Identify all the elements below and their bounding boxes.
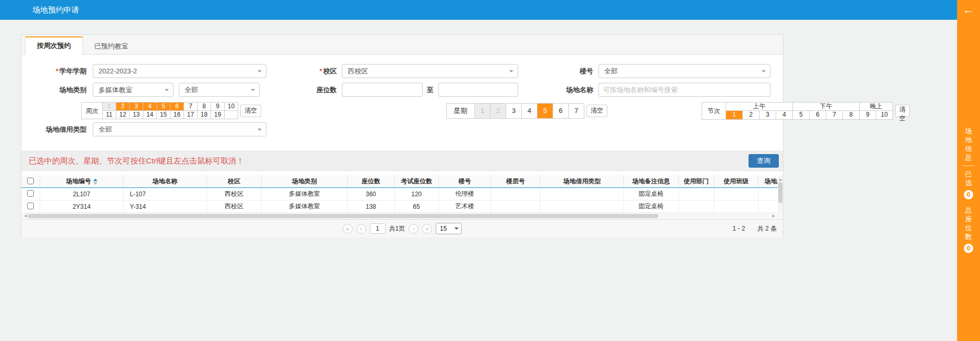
week-cell: [225, 111, 238, 119]
week-cell[interactable]: 6: [170, 103, 184, 111]
period-cell[interactable]: 5: [793, 111, 810, 120]
period-cell[interactable]: 6: [810, 111, 826, 120]
col-exam-seats: 考试座位数: [395, 175, 439, 188]
select-all-cell: [21, 175, 40, 188]
week-cell[interactable]: 17: [184, 111, 198, 119]
venue-category-label: 场地类别: [21, 83, 87, 97]
period-group-eve: 晚上: [860, 103, 893, 111]
period-cell[interactable]: 2: [743, 111, 760, 120]
period-cell[interactable]: 1: [726, 111, 743, 120]
venue-table-clip: 场地编号 场地名称 校区 场地类别 座位数 考试座位数 楼号 楼层号 场地借用类…: [21, 175, 778, 213]
tab-by-week[interactable]: 按周次预约: [25, 36, 83, 55]
week-cell[interactable]: 13: [130, 111, 143, 119]
venue-name-input[interactable]: [598, 83, 770, 97]
col-use-class: 使用班级: [714, 175, 758, 188]
campus-select[interactable]: 西校区: [342, 64, 518, 78]
week-cell: 1: [103, 103, 116, 111]
venue-subcategory-select[interactable]: 全部: [179, 83, 260, 97]
sort-icon[interactable]: [93, 176, 97, 187]
chevron-down-icon: [509, 70, 513, 74]
period-grid-label: 节次: [702, 103, 726, 120]
period-cell[interactable]: 7: [826, 111, 843, 120]
tab-reserved-rooms[interactable]: 已预约教室: [83, 38, 140, 54]
weekday-grid: 星期 1 2 3 4 5 6 7: [446, 103, 584, 119]
week-cell[interactable]: 4: [143, 103, 157, 111]
venue-table: 场地编号 场地名称 校区 场地类别 座位数 考试座位数 楼号 楼层号 场地借用类…: [21, 175, 778, 213]
table-row[interactable]: 2L107 L-107 西校区 多媒体教室 360 120 伦理楼 固定桌椅: [21, 188, 778, 200]
seats-max-input[interactable]: [438, 83, 518, 97]
semester-select[interactable]: 2022-2023-2: [93, 64, 266, 78]
horizontal-scroll-thumb[interactable]: [28, 214, 658, 218]
vertical-scroll-thumb[interactable]: [778, 182, 782, 203]
ctrl-cancel-notice: 已选中的周次、星期、节次可按住Ctrl键且左点击鼠标可取消！: [29, 150, 244, 171]
period-cell[interactable]: 9: [860, 111, 876, 120]
week-cell[interactable]: 7: [184, 103, 198, 111]
building-select[interactable]: 全部: [598, 64, 770, 78]
col-venue-extra: 场地二: [758, 175, 778, 188]
borrow-type-select[interactable]: 全部: [93, 122, 266, 136]
scroll-right-icon[interactable]: [773, 214, 776, 218]
search-button[interactable]: 查询: [749, 154, 779, 168]
scroll-left-icon[interactable]: [23, 214, 27, 218]
week-cell[interactable]: 19: [211, 111, 225, 119]
weekday-cell[interactable]: 3: [506, 104, 522, 119]
col-venue-code[interactable]: 场地编号: [40, 175, 124, 188]
tab-bar: 按周次预约 已预约教室: [21, 35, 783, 55]
table-row[interactable]: 2Y314 Y-314 西校区 多媒体教室 138 65 艺术楼 固定桌椅: [21, 200, 778, 213]
select-all-checkbox[interactable]: [27, 178, 34, 184]
week-clear-button[interactable]: 清空: [240, 105, 261, 117]
table-vertical-scrollbar[interactable]: [778, 175, 783, 213]
venue-category-select[interactable]: 多媒体教室: [93, 83, 174, 97]
row-checkbox[interactable]: [27, 203, 34, 209]
scroll-up-icon[interactable]: [779, 177, 782, 181]
period-clear-button[interactable]: 清空: [895, 105, 910, 117]
rail-group-label: 场地信息: [965, 127, 973, 162]
period-grid: 节次 上午 下午 晚上 1 2 3 4 5 6 7 8 9 10: [702, 102, 893, 120]
weekday-cell[interactable]: 7: [569, 104, 584, 119]
week-selector: 周次 1 2 3 4 5 6 7 8 9 10 11 12 13 14 15 1…: [81, 102, 261, 120]
period-cell[interactable]: 10: [876, 111, 893, 120]
period-cell[interactable]: 8: [843, 111, 860, 120]
collapse-rail-arrow-icon[interactable]: ←: [957, 4, 980, 16]
week-cell[interactable]: 12: [116, 111, 130, 119]
chevron-down-icon: [251, 89, 255, 93]
weekday-grid-label: 星期: [447, 104, 475, 119]
period-cell[interactable]: 3: [760, 111, 776, 120]
pager-next-button[interactable]: ›: [409, 224, 419, 234]
weekday-cell[interactable]: 5: [537, 104, 553, 119]
rail-selected-label: 已选: [965, 170, 973, 187]
page-title: 场地预约申请: [32, 0, 79, 20]
record-total: 共 2 条: [757, 225, 777, 232]
week-cell[interactable]: 8: [198, 103, 211, 111]
week-cell[interactable]: 11: [103, 111, 116, 119]
week-cell[interactable]: 10: [225, 103, 238, 111]
pager-total-pages-label: 共1页: [389, 224, 405, 233]
table-horizontal-scrollbar[interactable]: [21, 213, 783, 219]
pager-page-input[interactable]: [370, 223, 385, 234]
borrow-type-label: 场地借用类型: [21, 122, 87, 136]
page-size-select[interactable]: 15: [436, 223, 462, 234]
selected-count-badge: 0: [964, 190, 973, 199]
week-cell[interactable]: 16: [170, 111, 184, 119]
week-cell[interactable]: 18: [198, 111, 211, 119]
pager-first-button[interactable]: «: [342, 224, 352, 234]
pager-last-button[interactable]: »: [422, 224, 432, 234]
period-group-pm: 下午: [793, 103, 860, 111]
seats-min-input[interactable]: [342, 83, 423, 97]
pager-prev-button[interactable]: ‹: [356, 224, 366, 234]
week-cell[interactable]: 9: [211, 103, 225, 111]
chevron-down-icon: [258, 129, 262, 133]
week-cell[interactable]: 5: [157, 103, 170, 111]
week-cell[interactable]: 3: [130, 103, 143, 111]
weekday-cell[interactable]: 6: [553, 104, 569, 119]
rail-total-seats-label: 总座位数: [965, 206, 973, 241]
period-cell[interactable]: 4: [776, 111, 793, 120]
week-cell[interactable]: 2: [116, 103, 130, 111]
week-cell[interactable]: 14: [143, 111, 157, 119]
chevron-down-icon: [165, 89, 169, 93]
row-checkbox[interactable]: [27, 190, 34, 197]
weekday-clear-button[interactable]: 清空: [586, 105, 607, 117]
week-cell[interactable]: 15: [157, 111, 170, 119]
col-seats: 座位数: [348, 175, 395, 188]
weekday-cell[interactable]: 4: [522, 104, 537, 119]
